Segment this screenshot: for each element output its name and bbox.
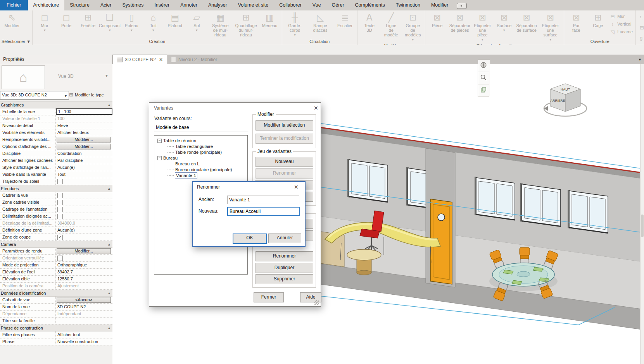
tool-poteau[interactable]: ▯Poteau▼	[121, 11, 142, 33]
property-value[interactable]: Afficher les deux	[56, 129, 112, 136]
property-value[interactable]: 1 : 100	[56, 108, 112, 115]
tool-sol[interactable]: ▱Sol▼	[186, 11, 207, 33]
tab-acier[interactable]: Acier	[95, 0, 117, 10]
tool-meneau[interactable]: ▥Meneau	[259, 11, 281, 28]
button-modifier-la-selection[interactable]: Modifier la sélection	[256, 120, 313, 130]
tool-rampe-d-acces[interactable]: ◺Rampe d'accès	[306, 11, 334, 33]
tree-item-variante-1[interactable]: Variante 1	[154, 173, 247, 179]
button-terminer-la-modification[interactable]: Terminer la modification	[256, 134, 313, 144]
nouveau-input[interactable]	[227, 207, 300, 216]
tab-annoter[interactable]: Annoter	[175, 0, 203, 10]
ribbon-group-label[interactable]: Sélectionner ▼	[0, 38, 32, 45]
tree-item-bureau-circulaire-principale[interactable]: Bureau circulaire (principale)	[154, 167, 247, 173]
property-value[interactable]	[56, 199, 112, 206]
tree-expander-icon[interactable]: −	[157, 139, 162, 143]
tool-vertical[interactable]: ↕Vertical	[609, 20, 633, 28]
tool-systeme-de-mur-rideau[interactable]: ▦Système de mur-rideau	[207, 11, 233, 38]
tool-fenetre[interactable]: ⊞Fenêtre	[77, 11, 99, 28]
tab-structure[interactable]: Structure	[64, 0, 95, 10]
tab-vue[interactable]: Vue	[307, 0, 326, 10]
zoom-button[interactable]	[478, 72, 489, 84]
section-header-etendues[interactable]: Etendues▲	[0, 185, 112, 192]
tool-toit[interactable]: ⌂Toit▼	[142, 11, 164, 33]
section-header-camera[interactable]: Caméra▲	[0, 241, 112, 248]
fermer-button[interactable]: Fermer	[254, 292, 284, 302]
property-value[interactable]: Modifier...	[56, 143, 112, 150]
tab-analyser[interactable]: Analyser	[203, 0, 233, 10]
checkbox[interactable]	[57, 200, 63, 205]
tool-escalier[interactable]: ≣Escalier	[334, 11, 356, 28]
tab-complements[interactable]: Compléments	[350, 0, 390, 10]
tool-plafond[interactable]: ▤Plafond	[164, 11, 186, 28]
modify-type-button[interactable]: ⊞Modifier le type	[69, 91, 104, 99]
property-value[interactable]: Nouvelle construction	[56, 338, 112, 345]
close-icon[interactable]: ✕	[314, 105, 318, 111]
tool-ligne-de-modele[interactable]: ╱Ligne de modèle	[380, 11, 402, 38]
tree-item-bureau-en-l[interactable]: Bureau en L	[154, 161, 247, 167]
tab-gerer[interactable]: Gérer	[326, 0, 350, 10]
section-header-graphismes[interactable]: Graphismes▲	[0, 101, 112, 108]
tool-piece[interactable]: ⊠Pièce	[426, 11, 448, 28]
section-header-phase-de-construction[interactable]: Phase de construction▲	[0, 325, 112, 331]
property-value[interactable]: Ajustement	[56, 283, 112, 289]
tool-surface[interactable]: ⊠Surface▼	[493, 11, 515, 33]
variante-renommer-button[interactable]: Renommer	[256, 251, 313, 261]
property-value[interactable]: <Aucun>	[56, 297, 112, 303]
tab-modifier[interactable]: Modifier	[426, 0, 454, 10]
tab-inserer[interactable]: Insérer	[149, 0, 175, 10]
tree-expander-icon[interactable]: −	[157, 156, 162, 160]
property-value[interactable]: Orthographique	[56, 262, 112, 268]
tool-texte-3d[interactable]: ATexte 3D	[359, 11, 380, 33]
close-icon[interactable]: ✕	[294, 184, 299, 190]
value-button[interactable]: Modifier...	[57, 144, 111, 149]
ribbon-group-label[interactable]: Pièce et surface ▼	[425, 43, 564, 45]
property-value[interactable]: 304800.0	[56, 220, 112, 227]
tool-quadrillage-du-mur-rideau[interactable]: ⊞Quadrillage du mur-rideau	[233, 11, 259, 38]
value-button[interactable]: Modifier...	[57, 137, 111, 143]
annuler-button[interactable]: Annuler	[268, 234, 301, 243]
tool-modifier[interactable]: ⇖Modifier	[1, 11, 23, 28]
property-value[interactable]: Modifier...	[56, 248, 112, 254]
ok-button[interactable]: OK	[233, 234, 267, 244]
property-value[interactable]: 3D COUPE N2	[56, 304, 112, 310]
property-value[interactable]: Tout	[56, 171, 112, 178]
ribbon-display-toggle-icon[interactable]	[457, 3, 467, 9]
tool-cage[interactable]: ⊞Cage	[587, 11, 609, 28]
property-value[interactable]: Elevé	[56, 122, 112, 129]
property-value[interactable]: Aucun(e)	[56, 164, 112, 171]
resize-grip[interactable]	[314, 300, 319, 305]
tab-volume-et-site[interactable]: Volume et site	[233, 0, 274, 10]
tool-etiqueter-une-piece[interactable]: ⊠Etiqueter une pièce▼	[471, 11, 493, 43]
property-value[interactable]	[56, 255, 112, 261]
pan-button[interactable]	[478, 84, 489, 97]
property-value[interactable]: Indépendant	[56, 311, 112, 317]
tree-item-table-de-reunion[interactable]: −Table de réunion	[154, 138, 247, 144]
viewcube[interactable]: HAUTARRIÈRE	[550, 84, 580, 112]
vertical-scrollbar[interactable]	[640, 64, 644, 364]
type-selector[interactable]: ⌂ Vue 3D ▼	[0, 64, 112, 90]
tool-etiqueter-une-surface[interactable]: ⊠Etiqueter une surface▼	[538, 11, 563, 43]
value-button[interactable]: Modifier...	[57, 248, 111, 254]
property-value[interactable]: Par discipline	[56, 157, 112, 164]
value-button[interactable]: <Aucun>	[57, 297, 111, 303]
view-tab-list-chevron-icon[interactable]: ▼	[638, 58, 642, 62]
navigation-wheel-button[interactable]	[478, 60, 489, 72]
property-value[interactable]: Modifier...	[56, 136, 112, 143]
tree-item-table-ronde-principale[interactable]: Table ronde (principale)	[154, 149, 247, 155]
jeu-nouveau-button[interactable]: Nouveau	[256, 157, 313, 167]
property-value[interactable]	[56, 318, 112, 324]
tool-lucarne[interactable]: ◹Lucarne	[609, 28, 633, 36]
tool-mur[interactable]: ◻Mur▼	[34, 11, 55, 33]
jeu-renommer-button[interactable]: Renommer	[256, 168, 313, 179]
property-value[interactable]: ✓	[56, 234, 112, 240]
property-value[interactable]: Aucun(e)	[56, 227, 112, 234]
view-tab-niveau-2-mobilier[interactable]: Niveau 2 - Mobilier	[167, 55, 221, 64]
tool-separation-de-surface[interactable]: ⊠Séparation de surface	[515, 11, 538, 33]
tab-systemes[interactable]: Systèmes	[117, 0, 149, 10]
variante-supprimer-button[interactable]: Supprimer	[256, 274, 313, 284]
property-value[interactable]: 100	[56, 115, 112, 122]
variante-dupliquer-button[interactable]: Dupliquer	[256, 263, 313, 273]
tool-groupe-de-modeles[interactable]: ⊡Groupe de modèles▼	[402, 11, 424, 43]
tab-twinmotion[interactable]: Twinmotion	[390, 0, 426, 10]
section-header-donnees-d-identification[interactable]: Données d'identification▲	[0, 290, 112, 297]
